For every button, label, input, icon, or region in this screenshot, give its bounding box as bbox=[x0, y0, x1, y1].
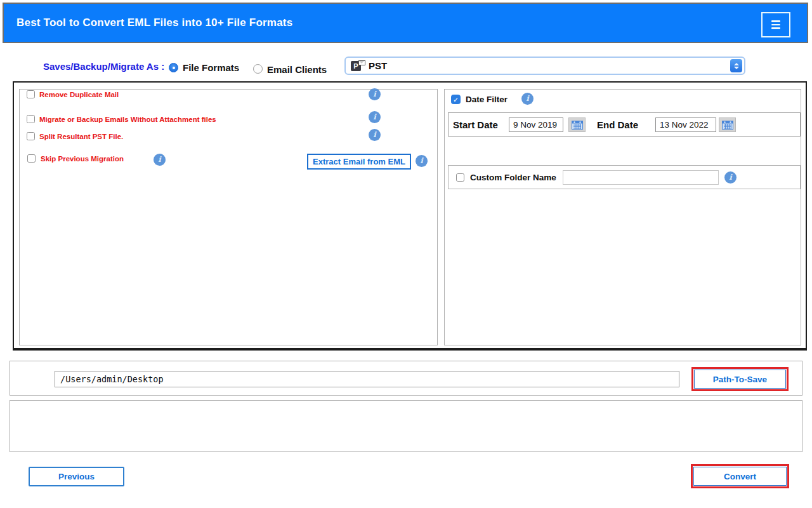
info-icon[interactable]: i bbox=[521, 93, 534, 105]
option-label[interactable]: Migrate or Backup Emails Without Attachm… bbox=[39, 116, 216, 123]
previous-button[interactable]: Previous bbox=[29, 467, 124, 486]
custom-folder-input[interactable] bbox=[563, 170, 719, 185]
end-date-calendar-button[interactable] bbox=[719, 117, 736, 132]
extract-email-button[interactable]: Extract Email from EML bbox=[307, 154, 411, 170]
options-panel bbox=[19, 89, 438, 345]
info-icon[interactable]: i bbox=[416, 155, 428, 167]
migrate-as-label: Saves/Backup/Migrate As : bbox=[43, 61, 164, 72]
start-date-label: Start Date bbox=[453, 119, 498, 130]
start-date-calendar-button[interactable] bbox=[568, 117, 586, 132]
app-window: Best Tool to Convert EML Files into 10+ … bbox=[0, 0, 812, 508]
checkbox-split-pst[interactable] bbox=[27, 132, 35, 140]
calendar-icon bbox=[572, 120, 583, 130]
info-icon[interactable]: i bbox=[154, 154, 166, 166]
pst-file-icon: P bbox=[351, 60, 366, 72]
app-header: Best Tool to Convert EML Files into 10+ … bbox=[3, 3, 808, 43]
filter-panel: Date Filter i Start Date End Date bbox=[444, 89, 801, 345]
radio-file-formats[interactable] bbox=[169, 63, 178, 72]
end-date-label: End Date bbox=[597, 119, 638, 130]
info-icon[interactable]: i bbox=[369, 111, 381, 123]
date-filter-checkbox[interactable] bbox=[451, 95, 461, 104]
start-date-input[interactable] bbox=[509, 117, 563, 132]
path-row: Path-To-Save bbox=[10, 361, 802, 396]
menu-button[interactable] bbox=[761, 12, 790, 37]
date-filter-label[interactable]: Date Filter bbox=[466, 95, 508, 104]
format-select[interactable]: P PST bbox=[344, 57, 745, 75]
chevron-updown-icon bbox=[730, 59, 742, 72]
info-icon[interactable]: i bbox=[724, 171, 737, 184]
convert-label: Convert bbox=[693, 467, 787, 486]
date-range-box: Start Date End Date bbox=[448, 112, 801, 137]
radio-email-clients-label[interactable]: Email Clients bbox=[267, 64, 327, 75]
save-path-input[interactable] bbox=[55, 371, 679, 387]
end-date-input[interactable] bbox=[655, 117, 716, 132]
page-title: Best Tool to Convert EML Files into 10+ … bbox=[16, 17, 292, 29]
radio-email-clients[interactable] bbox=[253, 64, 263, 74]
calendar-icon bbox=[722, 120, 733, 130]
checkbox-remove-duplicate[interactable] bbox=[27, 90, 35, 98]
info-icon[interactable]: i bbox=[369, 129, 381, 141]
hamburger-icon bbox=[771, 20, 780, 29]
info-icon[interactable]: i bbox=[369, 88, 381, 100]
option-label[interactable]: Remove Duplicate Mail bbox=[39, 91, 119, 98]
path-to-save-button[interactable]: Path-To-Save bbox=[691, 367, 789, 391]
convert-button[interactable]: Convert bbox=[691, 464, 789, 488]
path-to-save-label: Path-To-Save bbox=[694, 370, 786, 389]
format-select-value: PST bbox=[369, 60, 387, 71]
status-log-box bbox=[10, 400, 802, 452]
custom-folder-checkbox[interactable] bbox=[456, 173, 464, 182]
custom-folder-label[interactable]: Custom Folder Name bbox=[470, 173, 556, 182]
radio-file-formats-label[interactable]: File Formats bbox=[183, 62, 239, 73]
option-label[interactable]: Split Resultant PST File. bbox=[39, 133, 123, 140]
option-label[interactable]: Skip Previous Migration bbox=[41, 155, 124, 163]
checkbox-without-attachments[interactable] bbox=[27, 115, 35, 123]
checkbox-skip-previous[interactable] bbox=[27, 154, 36, 163]
custom-folder-box: Custom Folder Name i bbox=[448, 165, 801, 189]
